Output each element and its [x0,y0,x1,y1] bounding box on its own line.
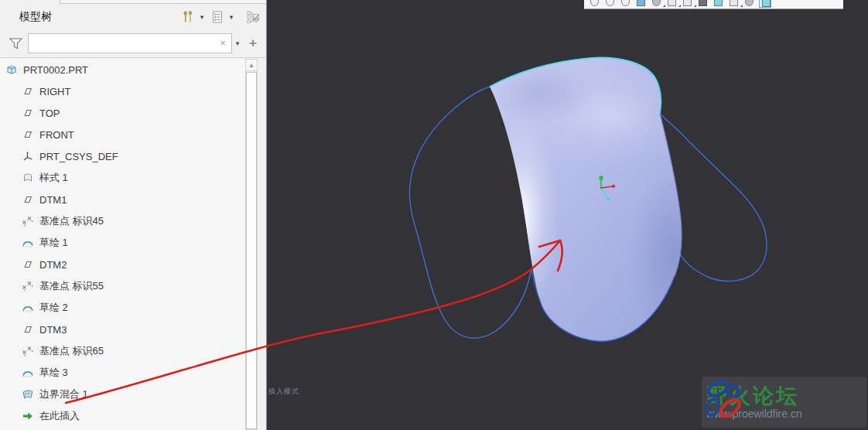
clear-icon[interactable]: × [217,36,229,50]
tree-item-top[interactable]: TOP [0,102,245,124]
tree-item-label: DTM2 [39,259,67,271]
spin-center-button[interactable] [759,0,771,8]
watermark-logo-icon [702,377,747,421]
tree-display-dropdown[interactable]: ▾ [226,13,237,21]
watermark: 野火论坛 www.proewildfire.cn [702,377,866,428]
list-icon [210,10,224,24]
render-style-button[interactable] [651,0,663,8]
search-dropdown[interactable]: ▾ [232,39,243,47]
tree-item-label: 基准点 标识65 [39,344,104,358]
tree-item-label: RIGHT [39,86,70,97]
tree-item-style1[interactable]: 样式 1 [0,167,245,189]
datum-plane-icon [22,85,35,97]
csys-icon [22,150,35,162]
insert-mode-label: 插入模式 [268,387,299,397]
tree-item-insert-here[interactable]: 在此插入 [0,405,245,427]
tree-tools-dropdown[interactable]: ▾ [196,13,207,21]
tree-item-label: PRT0002.PRT [23,64,88,76]
3d-viewport[interactable]: 野火论坛 www.proewildfire.cn [267,0,868,430]
tree-item-label: 样式 1 [39,171,68,185]
scroll-thumb[interactable] [246,72,257,429]
datum-plane-icon [22,323,35,336]
tree-item-label: DTM3 [39,324,67,336]
datum-display-button[interactable] [728,0,740,8]
tree-item-label: 基准点 标识45 [39,214,104,228]
part-icon [5,63,19,76]
tree-item-label: 边界混合 1 [39,387,88,401]
perspective-button[interactable] [713,0,725,8]
model-tree-title: 模型树 [19,10,52,24]
tree-item-label: 草绘 1 [39,236,68,250]
tree-item-points45[interactable]: 基准点 标识45 [0,210,245,232]
tree-scrollbar[interactable]: ▲ [245,59,258,430]
tree-item-label: 草绘 3 [39,366,68,380]
tree-item-csys[interactable]: PRT_CSYS_DEF [0,145,245,167]
hammer-wrench-icon [181,10,195,24]
tree-item-front[interactable]: FRONT [0,124,245,145]
model-tree: PRT0002.PRT RIGHT TOP FRONT PRT_CSYS_DEF… [0,59,245,430]
tree-item-label: TOP [39,108,60,119]
tree-item-dtm2[interactable]: DTM2 [0,254,245,275]
scroll-up-button[interactable]: ▲ [246,60,257,71]
datum-points-icon [22,345,35,357]
add-filter-button[interactable]: + [244,34,261,53]
zoom-out-button[interactable] [620,0,632,8]
annotation-display-button[interactable] [743,0,756,8]
tree-item-dtm3[interactable]: DTM3 [0,319,245,340]
tree-item-label: PRT_CSYS_DEF [39,151,118,162]
sketch-icon [22,302,35,314]
tree-item-sketch2[interactable]: 草绘 2 [0,297,245,319]
dropdown-caret-icon [740,2,743,7]
grid-eye-icon [246,10,261,25]
refit-button[interactable] [589,0,601,8]
dropdown-caret-icon [663,2,665,7]
tree-item-points55[interactable]: 基准点 标识55 [0,275,245,297]
datum-plane-icon [22,107,35,119]
tree-filter-row: × ▾ + [0,31,261,56]
tree-item-label: 在此插入 [39,409,80,423]
tree-item-sketch1[interactable]: 草绘 1 [0,232,245,254]
model-tree-panel: 模型树 ▾ ▾ [0,0,267,430]
datum-plane-icon [22,258,35,271]
panel-divider [0,57,266,58]
view-manager-button[interactable] [697,0,709,8]
datum-points-icon [22,215,35,227]
tree-item-points65[interactable]: 基准点 标识65 [0,340,245,362]
tree-item-right[interactable]: RIGHT [0,80,245,102]
tree-filter-settings-button[interactable] [244,8,261,26]
tree-item-label: FRONT [39,129,74,141]
zoom-in-button[interactable] [604,0,617,8]
sketch-icon [22,367,35,379]
saved-orientations-button[interactable] [682,0,694,8]
boundary-blend-icon [22,388,35,401]
style-surface-icon [22,172,35,184]
sketch-icon [22,237,35,249]
datum-plane-icon [22,193,35,206]
tree-item-label: 基准点 标识55 [39,279,104,293]
3d-model [267,0,868,430]
graphics-toolbar [584,0,843,9]
insert-here-icon [22,410,35,422]
filter-funnel-icon [6,36,25,51]
datum-points-icon [22,280,35,292]
plus-icon: + [249,36,257,51]
display-style-button[interactable] [666,0,678,8]
tree-item-boundary-blend[interactable]: 边界混合 1 [0,384,245,405]
tree-item-dtm1[interactable]: DTM1 [0,189,245,210]
shaded-view-button[interactable] [635,0,648,8]
dropdown-caret-icon [678,2,681,7]
tree-tools-button[interactable] [179,8,196,26]
tree-display-button[interactable] [209,8,226,26]
ribbon-tab-edge [60,0,266,4]
tree-item-label: 草绘 2 [39,301,68,315]
tree-item-sketch3[interactable]: 草绘 3 [0,362,245,384]
dropdown-caret-icon [694,2,696,7]
datum-plane-icon [22,128,35,141]
tree-item-part[interactable]: PRT0002.PRT [0,59,245,80]
model-tree-header: 模型树 ▾ ▾ [0,5,261,29]
tree-search-input[interactable] [28,33,232,53]
tree-item-label: DTM1 [39,194,67,206]
